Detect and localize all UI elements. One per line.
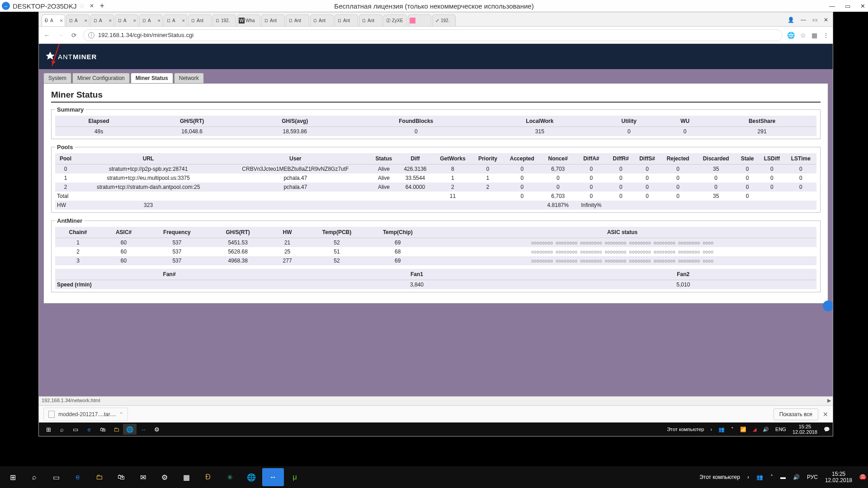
edge-icon[interactable]: e: [67, 468, 89, 486]
extension-icon[interactable]: ▦: [811, 32, 817, 39]
computer-label[interactable]: Этот компьютер: [667, 427, 704, 432]
chrome-maximize-icon[interactable]: ▭: [812, 17, 817, 23]
tab-status[interactable]: Miner Status: [131, 73, 173, 83]
chevron-right-icon[interactable]: ›: [747, 474, 749, 480]
teamviewer-task-icon[interactable]: ↔: [262, 468, 284, 486]
browser-tab[interactable]: 🗋A✕: [115, 14, 138, 26]
chrome-icon[interactable]: 🌐: [123, 424, 137, 435]
store-icon[interactable]: 🛍: [110, 468, 132, 486]
table-row: 3605374968.382775269oooooooo oooooooo oo…: [55, 256, 816, 265]
close-downloads-icon[interactable]: ✕: [823, 411, 828, 418]
people-icon[interactable]: 👥: [756, 474, 763, 480]
tv-license: Бесплатная лицензия (только некоммерческ…: [334, 2, 533, 10]
tab-network[interactable]: Network: [174, 73, 204, 83]
settings-icon[interactable]: ⚙: [154, 468, 175, 486]
tv-add-tab[interactable]: +: [99, 1, 104, 11]
browser-tab[interactable]: 🗋Ant: [335, 14, 358, 26]
volume-icon[interactable]: 🔊: [793, 474, 800, 480]
tray-chevron-icon[interactable]: ˄: [731, 427, 734, 432]
translate-icon[interactable]: 🌐: [787, 32, 795, 39]
battery-icon[interactable]: ▬: [780, 474, 786, 480]
browser-tab[interactable]: 🗋Ant: [261, 14, 285, 26]
scroll-right-icon[interactable]: ▶: [827, 398, 831, 404]
menu-icon[interactable]: ⋮: [823, 32, 829, 39]
chevron-up-icon[interactable]: ⌃: [119, 412, 123, 417]
summary-section: Summary ElapsedGH/S(RT)GH/S(avg)FoundBlo…: [51, 106, 821, 139]
site-info-icon[interactable]: i: [88, 32, 94, 38]
utorrent-icon[interactable]: μ: [284, 468, 306, 486]
browser-tab[interactable]: 🗋Ant: [286, 14, 309, 26]
back-icon[interactable]: ←: [42, 32, 52, 39]
nav-tabs: System Miner Configuration Miner Status …: [43, 73, 828, 83]
taskview-icon[interactable]: ▭: [45, 468, 67, 486]
remote-taskbar: ⊞ ⌕ ▭ e 🛍 🗀 🌐 ↔ ⚙ Этот компьютер › 👥 ˄ 📶…: [39, 422, 833, 436]
bookmark-icon[interactable]: ☆: [800, 32, 806, 39]
teamviewer-task-icon[interactable]: ↔: [137, 424, 150, 435]
browser-tab[interactable]: 🗋A✕: [139, 14, 163, 26]
mail-icon[interactable]: ✉: [132, 468, 154, 486]
browser-tab[interactable]: 🗋192.: [212, 14, 236, 26]
search-icon[interactable]: ⌕: [55, 424, 69, 435]
start-icon[interactable]: ⊞: [2, 468, 24, 486]
notifications-icon[interactable]: 💬: [824, 427, 830, 432]
browser-tab[interactable]: ⓏZyXE: [383, 14, 407, 26]
lang-indicator[interactable]: ENG: [775, 427, 786, 432]
people-icon[interactable]: 👥: [718, 427, 725, 432]
show-all-button[interactable]: Показать все: [774, 408, 818, 420]
browser-tab[interactable]: WWha: [237, 14, 260, 26]
explorer-icon[interactable]: 🗀: [109, 424, 123, 435]
pools-legend: Pools: [55, 144, 75, 150]
browser-tab[interactable]: ÐA✕: [42, 14, 65, 26]
start-icon[interactable]: ⊞: [42, 424, 55, 435]
browser-tab[interactable]: ⤢192.: [432, 14, 456, 26]
notifications-icon[interactable]: 💬30: [859, 474, 866, 480]
lang-indicator[interactable]: РУС: [807, 474, 818, 480]
browser-tab[interactable]: [408, 14, 431, 26]
chrome-close-icon[interactable]: ✕: [824, 17, 828, 23]
star-icon[interactable]: ☆: [79, 2, 85, 9]
store-icon[interactable]: 🛍: [96, 424, 109, 435]
browser-tab[interactable]: 🗋Ant: [188, 14, 212, 26]
tray-chevron-icon[interactable]: ˄: [770, 474, 773, 480]
calculator-icon[interactable]: ▦: [175, 468, 197, 486]
maximize-icon[interactable]: ▭: [845, 3, 850, 9]
address-bar[interactable]: i 192.168.1.34/cgi-bin/minerStatus.cgi: [83, 29, 783, 41]
browser-tab[interactable]: 🗋Ant: [359, 14, 382, 26]
tab-system[interactable]: System: [43, 73, 71, 83]
clock[interactable]: 15:2512.02.2018: [793, 424, 817, 435]
browser-tab[interactable]: 🗋Ant: [310, 14, 334, 26]
pools-table: PoolURLUserStatusDiffGetWorksPriorityAcc…: [55, 153, 816, 210]
download-item[interactable]: modded-201217....tar.... ⌃: [43, 408, 128, 421]
table-row: 1605375451.53215269oooooooo oooooooo ooo…: [55, 238, 816, 248]
close-icon[interactable]: ✕: [860, 3, 865, 9]
tab-config[interactable]: Miner Configuration: [72, 73, 130, 83]
table-row: 2stratum+tcp://stratum-dash.antpool.com:…: [55, 183, 816, 192]
wifi-icon[interactable]: 📶: [740, 427, 746, 432]
browser-tab[interactable]: 🗋A✕: [90, 14, 114, 26]
taskview-icon[interactable]: ▭: [69, 424, 82, 435]
antminer-legend: AntMiner: [55, 217, 84, 224]
remote-desktop: ÐA✕ 🗋A✕ 🗋A✕ 🗋A✕ 🗋A✕ 🗋A✕ 🗋Ant 🗋192. WWha …: [38, 12, 833, 436]
settings-icon[interactable]: ⚙: [150, 424, 164, 435]
dogecoin-icon[interactable]: Ð: [197, 468, 219, 486]
browser-tab[interactable]: 🗋A✕: [164, 14, 187, 26]
volume-icon[interactable]: 🔊: [763, 427, 769, 432]
clock[interactable]: 15:2512.02.2018: [825, 471, 852, 484]
profile-icon[interactable]: 👤: [788, 17, 794, 23]
avira-icon[interactable]: ◢: [753, 427, 756, 432]
tv-tab-close[interactable]: ✕: [90, 3, 94, 9]
teamviewer-side-badge[interactable]: [823, 300, 833, 311]
app-icon[interactable]: ✳: [219, 468, 241, 486]
forward-icon[interactable]: →: [56, 32, 65, 39]
chrome-icon[interactable]: 🌐: [241, 468, 262, 486]
chevron-right-icon[interactable]: ›: [710, 427, 712, 432]
edge-icon[interactable]: e: [82, 424, 96, 435]
minimize-icon[interactable]: —: [829, 3, 835, 9]
explorer-icon[interactable]: 🗀: [89, 468, 110, 486]
reload-icon[interactable]: ⟳: [70, 32, 79, 39]
search-icon[interactable]: ⌕: [24, 468, 45, 486]
page-header: ANTMINER: [39, 44, 833, 69]
computer-label[interactable]: Этот компьютер: [699, 474, 740, 480]
browser-tab[interactable]: 🗋A✕: [66, 14, 90, 26]
chrome-minimize-icon[interactable]: —: [801, 17, 806, 23]
